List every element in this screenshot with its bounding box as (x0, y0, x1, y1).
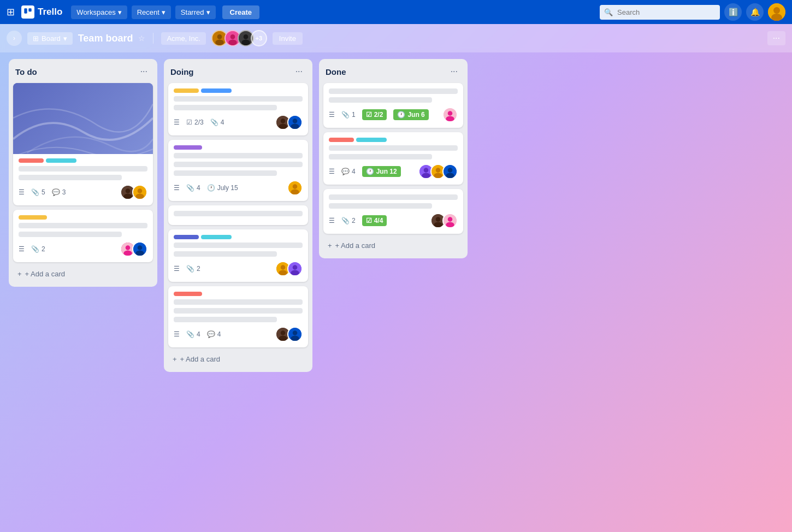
member-count[interactable]: +3 (251, 30, 267, 46)
card-avatars (120, 185, 147, 200)
card-text-line (174, 251, 277, 257)
more-button[interactable]: ··· (767, 31, 785, 45)
card-labels (19, 215, 147, 220)
plus-icon: + (17, 270, 22, 278)
svg-point-37 (279, 270, 287, 276)
card-todo-2[interactable]: ☰ 📎 2 (13, 210, 153, 262)
svg-point-3 (773, 7, 780, 14)
comment-number: 4 (217, 330, 221, 338)
checklist-badge-text: 4/4 (374, 217, 383, 224)
attachments-count: 📎 4 (186, 184, 200, 192)
workspaces-menu[interactable]: Workspaces ▾ (71, 5, 127, 19)
svg-point-24 (138, 245, 143, 250)
card-footer: ☰ 📎 4 💬 4 (174, 327, 303, 342)
svg-point-27 (281, 119, 286, 123)
clock-badge-icon: 🕐 (366, 168, 374, 175)
column-todo-title: To do (15, 67, 37, 76)
attachments-count: 📎 2 (31, 245, 45, 253)
card-todo-1[interactable]: ☰ 📎 5 💬 3 (13, 83, 153, 205)
comments-count: 💬 4 (341, 168, 356, 175)
chevron-right-icon: › (13, 34, 15, 42)
card-avatars (275, 115, 303, 130)
card-footer: ☰ 💬 4 🕐 Jun 12 (329, 164, 458, 179)
checklist-badge: ☑ 4/4 (362, 215, 387, 226)
column-done-menu[interactable]: ··· (447, 66, 461, 78)
info-button[interactable]: ℹ️ (724, 3, 742, 21)
sidebar-toggle[interactable]: › (7, 31, 22, 46)
description-icon: ☰ (329, 111, 335, 119)
search-icon: 🔍 (604, 8, 613, 16)
card-doing-1[interactable]: ☰ ☑ 2/3 📎 4 (168, 83, 308, 135)
svg-point-45 (293, 330, 298, 335)
svg-point-15 (126, 188, 131, 193)
card-doing-5[interactable]: ☰ 📎 4 💬 4 (168, 286, 308, 347)
board-header: › ⊞ Board ▾ Team board ☆ Acme, Inc. (0, 24, 792, 52)
card-text-line (174, 153, 303, 158)
member-avatars: +3 (211, 30, 267, 46)
card-done-3[interactable]: ☰ 📎 2 ☑ 4/4 (323, 189, 463, 234)
card-doing-2[interactable]: ☰ 📎 4 🕐 July 15 (168, 140, 308, 201)
svg-point-49 (446, 116, 454, 122)
trello-logo-icon (21, 5, 34, 19)
description-icon: ☰ (174, 265, 180, 273)
card-text-line (174, 211, 303, 216)
column-doing-title: Doing (170, 67, 194, 76)
add-card-todo[interactable]: + + Add a card (13, 267, 153, 281)
card-text-line (174, 96, 303, 102)
search-input[interactable] (600, 5, 720, 20)
starred-menu[interactable]: Starred ▾ (175, 5, 216, 19)
svg-point-43 (279, 336, 287, 341)
more-icon: ··· (773, 33, 780, 43)
svg-point-16 (123, 194, 132, 199)
recent-menu[interactable]: Recent ▾ (132, 5, 171, 19)
board-view-button[interactable]: ⊞ Board ▾ (27, 32, 73, 45)
card-avatar-2 (287, 115, 303, 130)
card-avatars (275, 327, 303, 342)
attachment-icon: 📎 (31, 245, 39, 253)
card-avatars (275, 261, 303, 276)
card-labels (174, 145, 303, 150)
svg-point-6 (217, 34, 222, 39)
add-card-done[interactable]: + + Add a card (323, 238, 463, 253)
svg-point-55 (434, 173, 442, 179)
column-todo-menu[interactable]: ··· (137, 66, 151, 78)
card-text-line (174, 308, 303, 314)
star-button[interactable]: ☆ (138, 34, 145, 43)
user-avatar[interactable] (768, 3, 785, 21)
description-icon-wrap: ☰ (19, 188, 25, 196)
comment-number: 4 (352, 168, 356, 175)
card-doing-3[interactable] (168, 205, 308, 225)
checklist-badge-icon: ☑ (366, 217, 372, 224)
svg-rect-1 (28, 8, 31, 11)
workspace-chip[interactable]: Acme, Inc. (161, 32, 205, 45)
comment-icon: 💬 (52, 188, 60, 196)
card-labels (174, 292, 303, 296)
attachment-icon: 📎 (341, 217, 350, 224)
svg-point-54 (436, 168, 441, 173)
add-card-doing[interactable]: + + Add a card (168, 352, 308, 367)
logo[interactable]: Trello (21, 5, 62, 19)
svg-point-61 (434, 222, 442, 228)
description-icon: ☰ (19, 188, 25, 196)
card-done-2[interactable]: ☰ 💬 4 🕐 Jun 12 (323, 132, 463, 185)
comment-number: 3 (62, 188, 66, 196)
attachment-number: 4 (197, 330, 200, 338)
label-teal (201, 235, 232, 239)
due-date: 🕐 July 15 (207, 184, 238, 192)
create-button[interactable]: Create (222, 5, 259, 19)
description-icon: ☰ (174, 330, 180, 338)
grid-icon[interactable]: ⊞ (7, 6, 15, 18)
view-chevron: ▾ (63, 34, 67, 43)
card-text-line (174, 170, 277, 176)
clock-icon: 🕐 (207, 184, 215, 192)
column-doing-header: Doing ··· (168, 64, 308, 79)
column-done-title: Done (326, 67, 346, 76)
invite-button[interactable]: Invite (273, 32, 303, 45)
card-done-1[interactable]: ☰ 📎 1 ☑ 2/2 🕐 Jun 6 (323, 83, 463, 128)
card-doing-4[interactable]: ☰ 📎 2 (168, 229, 308, 282)
attachment-number: 4 (221, 119, 224, 126)
column-doing-menu[interactable]: ··· (292, 66, 306, 78)
notifications-button[interactable]: 🔔 (746, 3, 764, 21)
search-wrap: 🔍 (600, 5, 720, 20)
card-cover (13, 83, 153, 154)
